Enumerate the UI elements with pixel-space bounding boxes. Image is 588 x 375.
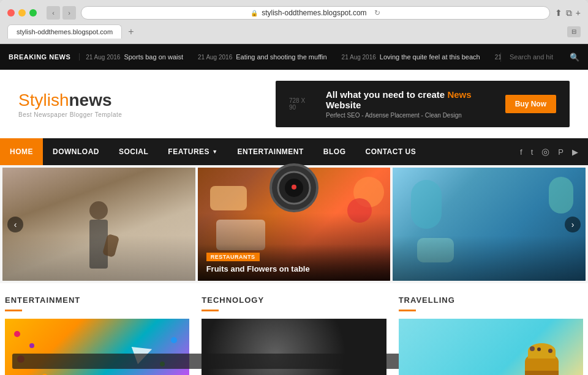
news-item-2: 21 Aug 2016 Eating and shooting the muff… [198,53,327,61]
ad-highlight: News [447,89,471,100]
slider-prev-button[interactable]: ‹ [7,217,23,232]
news-date-3: 21 Aug 2016 [342,54,376,61]
minimize-button[interactable] [18,9,26,17]
logo-area: Stylishnews Best Newspaper Blogger Templ… [18,91,122,118]
main-navigation: HOME DOWNLOAD SOCIAL FEATURES ▼ ENTERTAI… [0,138,588,165]
url-text: stylish-oddthemes.blogspot.com [262,9,366,17]
news-text-3: Loving the quite feel at this beach [380,53,480,61]
address-bar[interactable]: 🔒 stylish-oddthemes.blogspot.com ↻ [81,6,550,20]
travelling-title: TRAVELLING [399,295,583,305]
traffic-lights [7,9,37,17]
slide-1-content [2,168,195,281]
site-header: Stylishnews Best Newspaper Blogger Templ… [0,70,588,138]
slide-3 [393,168,586,281]
browser-window: ‹ › 🔒 stylish-oddthemes.blogspot.com ↻ ⬆… [0,0,588,375]
browser-chrome: ‹ › 🔒 stylish-oddthemes.blogspot.com ↻ ⬆… [0,0,588,44]
news-date-1: 21 Aug 2016 [86,54,120,61]
news-item: 21 Aug 2016 Sports bag on waist [86,53,183,61]
page-content: BREAKING NEWS 21 Aug 2016 Sports bag on … [0,44,588,375]
slider-next-button[interactable]: › [565,217,581,232]
nav-entertainment[interactable]: ENTERTAINMENT [228,138,314,165]
buy-now-button[interactable]: Buy Now [505,95,556,113]
new-window-button[interactable]: ⧉ [566,8,572,18]
nav-items: HOME DOWNLOAD SOCIAL FEATURES ▼ ENTERTAI… [0,138,510,165]
nav-social-links: f t ◎ P ▶ [510,146,588,157]
news-text-2: Eating and shooting the muffin [236,53,326,61]
technology-title: TECHNOLOGY [202,295,386,305]
entertainment-title: ENTERTAINMENT [5,295,189,305]
breaking-news-label: BREAKING NEWS [0,53,80,61]
refresh-icon[interactable]: ↻ [374,9,380,17]
twitter-icon[interactable]: t [531,147,533,157]
travelling-image [399,319,583,375]
travelling-image-inner [399,319,583,375]
add-tab-button[interactable]: + [576,8,581,18]
news-text-1: Sports bag on waist [124,53,183,61]
logo-second: news [69,91,111,110]
slide-overlay: RESTAURANTS Fruits and Flowers on table [198,244,391,281]
facebook-icon[interactable]: f [520,147,522,157]
maximize-button[interactable] [29,9,37,17]
news-ticker: 21 Aug 2016 Sports bag on waist 21 Aug 2… [80,53,500,61]
close-button[interactable] [7,9,15,17]
slide-category: RESTAURANTS [206,253,260,261]
site-logo[interactable]: Stylishnews [18,91,122,110]
news-search-area: 🔍 [500,53,588,62]
news-search-input[interactable] [510,53,565,61]
logo-first: Stylish [18,91,69,110]
logo-subtitle: Best Newspaper Blogger Template [18,111,122,118]
ad-banner[interactable]: 728 X 90 All what you need to create New… [276,81,570,127]
entertainment-title-line [5,310,22,311]
new-tab-button[interactable]: + [124,26,137,37]
sections-row: ENTERTAINMENT [0,283,588,375]
ad-size: 728 X 90 [289,97,311,111]
window-control-button[interactable]: ⊟ [567,26,581,37]
news-date-2: 21 Aug 2016 [198,54,232,61]
nav-download[interactable]: DOWNLOAD [43,138,109,165]
travelling-section: TRAVELLING [399,295,583,375]
nav-blog[interactable]: BLOG [314,138,356,165]
nav-contact[interactable]: CONTACT US [356,138,426,165]
browser-tab[interactable]: stylish-oddthemes.blogspot.com [7,24,122,39]
share-button[interactable]: ⬆ [555,8,562,18]
ad-headline: All what you need to create News Website [326,89,491,110]
nav-features[interactable]: FEATURES ▼ [158,138,227,165]
lock-icon: 🔒 [251,10,258,17]
instagram-icon[interactable]: ◎ [541,146,549,157]
ad-text: All what you need to create News Website… [326,89,491,119]
news-item-3: 21 Aug 2016 Loving the quite feel at thi… [342,53,480,61]
technology-image-inner [202,319,386,375]
breaking-news-bar: BREAKING NEWS 21 Aug 2016 Sports bag on … [0,44,588,70]
ad-subtitle: Perfect SEO - Adsense Placement - Clean … [326,112,491,119]
technology-image [202,319,386,375]
technology-title-line [202,310,219,311]
search-icon[interactable]: 🔍 [570,53,579,62]
nav-home[interactable]: HOME [0,138,43,165]
pinterest-icon[interactable]: P [558,147,564,157]
travelling-title-line [399,310,416,311]
chevron-down-icon: ▼ [212,149,217,155]
slide-1 [2,168,195,281]
technology-section: TECHNOLOGY [202,295,386,375]
news-item-4: 21 Au [495,54,500,61]
youtube-icon[interactable]: ▶ [572,147,578,157]
forward-button[interactable]: › [62,6,76,20]
slide-title: Fruits and Flowers on table [206,264,382,275]
back-button[interactable]: ‹ [47,6,60,20]
nav-social[interactable]: SOCIAL [109,138,158,165]
news-date-4: 21 Au [495,54,500,61]
